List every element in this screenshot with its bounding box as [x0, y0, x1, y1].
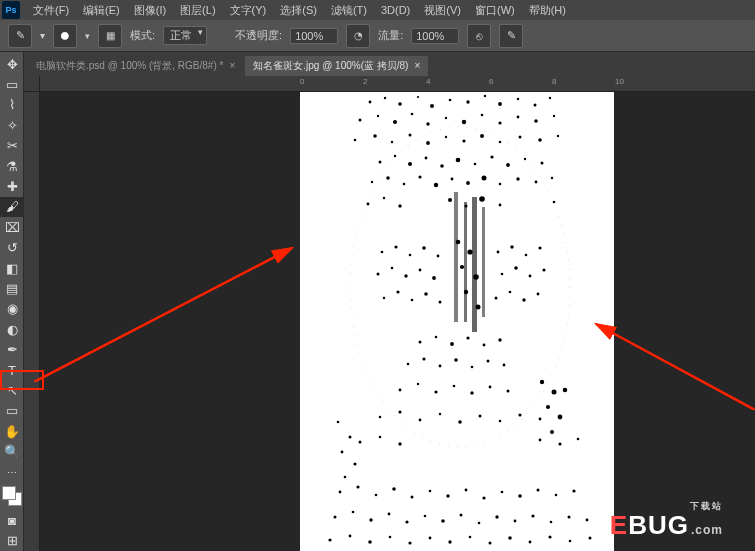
dodge-tool[interactable]: ◐	[0, 319, 24, 339]
svg-point-40	[408, 162, 412, 166]
airbrush-icon[interactable]: ⎋	[467, 24, 491, 48]
wand-tool[interactable]: ✧	[0, 115, 24, 135]
quickmask-tool[interactable]: ◙	[0, 510, 24, 530]
tab-doc1[interactable]: 电脑软件类.psd @ 100% (背景, RGB/8#) *×	[28, 56, 243, 76]
menu-layer[interactable]: 图层(L)	[173, 0, 222, 20]
brush-preset-icon[interactable]: ✎	[8, 24, 32, 48]
brush-tool[interactable]: 🖌	[0, 197, 24, 217]
path-tool[interactable]: ↖	[0, 380, 24, 400]
zoom-tool[interactable]: 🔍	[0, 441, 24, 461]
svg-point-53	[434, 183, 438, 187]
canvas[interactable]	[300, 92, 614, 551]
svg-point-80	[476, 305, 481, 310]
crop-tool[interactable]: ✂	[0, 136, 24, 156]
menu-3d[interactable]: 3D(D)	[374, 0, 417, 20]
logo-icon: Ps	[2, 1, 20, 19]
svg-point-48	[541, 162, 544, 165]
shape-tool[interactable]: ▭	[0, 401, 24, 421]
svg-point-137	[359, 441, 362, 444]
svg-point-31	[445, 136, 447, 138]
brush-panel-icon[interactable]: ▦	[98, 24, 122, 48]
svg-point-5	[417, 96, 419, 98]
menu-image[interactable]: 图像(I)	[127, 0, 173, 20]
svg-point-75	[456, 240, 461, 245]
svg-point-157	[482, 496, 485, 499]
opacity-input[interactable]: 100%	[290, 28, 338, 44]
screen-mode-tool[interactable]: ⊞	[0, 531, 24, 551]
svg-point-176	[568, 516, 571, 519]
svg-point-188	[529, 541, 532, 544]
svg-point-135	[518, 413, 521, 416]
gradient-tool[interactable]: ▤	[0, 278, 24, 298]
svg-point-30	[426, 141, 430, 145]
svg-point-143	[540, 380, 544, 384]
svg-point-146	[558, 415, 563, 420]
menu-view[interactable]: 视图(V)	[417, 0, 468, 20]
svg-point-91	[383, 297, 385, 299]
menu-filter[interactable]: 滤镜(T)	[324, 0, 374, 20]
hand-tool[interactable]: ✋	[0, 421, 24, 441]
pressure-size-icon[interactable]: ✎	[499, 24, 523, 48]
foreground-swatch[interactable]	[2, 486, 16, 500]
menu-type[interactable]: 文字(Y)	[223, 0, 274, 20]
mode-label: 模式:	[130, 28, 155, 43]
svg-point-144	[552, 390, 557, 395]
pressure-opacity-icon[interactable]: ◔	[346, 24, 370, 48]
svg-point-178	[328, 538, 331, 541]
svg-point-152	[392, 487, 396, 491]
svg-point-42	[440, 164, 444, 168]
svg-point-121	[399, 389, 402, 392]
ruler-tick-10: 10	[615, 77, 624, 86]
svg-point-81	[381, 251, 384, 254]
svg-point-26	[354, 139, 357, 142]
svg-point-15	[377, 115, 379, 117]
flow-input[interactable]: 100%	[411, 28, 459, 44]
svg-point-22	[498, 121, 501, 124]
svg-point-164	[352, 511, 355, 514]
svg-point-140	[539, 439, 542, 442]
tab-doc2-close-icon[interactable]: ×	[414, 60, 420, 71]
svg-point-39	[394, 155, 396, 157]
flow-label: 流量:	[378, 28, 403, 43]
svg-point-166	[388, 513, 391, 516]
blur-tool[interactable]: ◉	[0, 299, 24, 319]
color-swatches[interactable]	[0, 484, 24, 508]
svg-point-59	[535, 181, 538, 184]
lasso-tool[interactable]: ⌇	[0, 95, 24, 115]
svg-point-11	[517, 98, 519, 100]
stamp-tool[interactable]: ⌧	[0, 217, 24, 237]
svg-point-21	[481, 114, 484, 117]
heal-tool[interactable]: ✚	[0, 176, 24, 196]
tab-doc2[interactable]: 知名雀斑女.jpg @ 100%(蓝 拷贝/8)×	[245, 56, 428, 76]
menu-select[interactable]: 选择(S)	[273, 0, 324, 20]
svg-point-25	[553, 115, 555, 117]
eraser-tool[interactable]: ◧	[0, 258, 24, 278]
svg-point-79	[464, 290, 468, 294]
eyedropper-tool[interactable]: ⚗	[0, 156, 24, 176]
menu-help[interactable]: 帮助(H)	[522, 0, 573, 20]
tab-doc1-close-icon[interactable]: ×	[229, 60, 235, 71]
watermark-bug: BUG	[628, 510, 689, 541]
svg-point-20	[462, 120, 466, 124]
main-area: 电脑软件类.psd @ 100% (背景, RGB/8#) *× 知名雀斑女.j…	[24, 52, 755, 551]
svg-point-41	[425, 157, 428, 160]
menu-edit[interactable]: 编辑(E)	[76, 0, 127, 20]
svg-point-17	[411, 113, 414, 116]
svg-point-38	[379, 161, 382, 164]
canvas-area[interactable]	[40, 92, 755, 551]
svg-point-62	[383, 197, 385, 199]
svg-point-3	[384, 97, 386, 99]
type-tool[interactable]: T	[0, 360, 24, 380]
pen-tool[interactable]: ✒	[0, 339, 24, 359]
mode-dropdown[interactable]: 正常	[163, 26, 207, 45]
move-tool[interactable]: ✥	[0, 54, 24, 74]
history-brush-tool[interactable]: ↺	[0, 238, 24, 258]
marquee-tool[interactable]: ▭	[0, 74, 24, 94]
more-tools[interactable]: ⋯	[0, 462, 24, 482]
svg-point-92	[396, 290, 399, 293]
menu-file[interactable]: 文件(F)	[26, 0, 76, 20]
svg-point-13	[549, 97, 551, 99]
svg-point-180	[368, 540, 372, 544]
brush-dot-icon[interactable]: ●	[53, 24, 77, 48]
menu-window[interactable]: 窗口(W)	[468, 0, 522, 20]
